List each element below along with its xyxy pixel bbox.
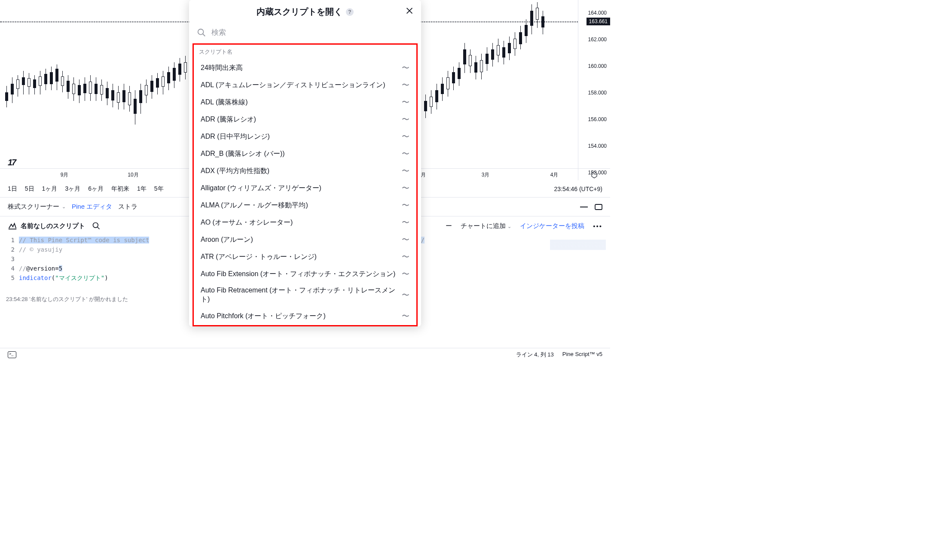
script-item-label: ALMA (アルノー・ルグー移動平均): [201, 201, 398, 210]
script-item-label: Alligator (ウィリアムズ・アリゲーター): [201, 184, 398, 193]
close-button[interactable]: [405, 6, 414, 15]
script-item[interactable]: AO (オーサム・オシレーター)〜: [197, 214, 413, 231]
script-item[interactable]: ALMA (アルノー・ルグー移動平均)〜: [197, 197, 413, 214]
time-tick: 10月: [128, 171, 138, 179]
current-price-label: 163.661: [587, 18, 610, 25]
tf-3m[interactable]: 3ヶ月: [65, 185, 80, 193]
source-indicator-icon: 〜: [402, 149, 409, 159]
svg-point-8: [198, 29, 204, 35]
price-tick: 160.000: [588, 63, 607, 69]
script-icon: [8, 221, 17, 231]
source-indicator-icon: 〜: [402, 290, 409, 300]
tf-1m[interactable]: 1ヶ月: [42, 185, 58, 193]
search-input[interactable]: [211, 28, 413, 37]
clock: 23:54:46 (UTC+9): [554, 186, 602, 192]
add-to-chart-label: チャートに追加: [461, 222, 506, 229]
script-item[interactable]: Alligator (ウィリアムズ・アリゲーター)〜: [197, 180, 413, 197]
tf-ytd[interactable]: 年初来: [111, 185, 129, 193]
price-axis[interactable]: 163.661 164.000 162.000 160.000 158.000 …: [578, 0, 610, 180]
help-icon[interactable]: ?: [346, 8, 354, 16]
script-item[interactable]: ADR (日中平均レンジ)〜: [197, 128, 413, 145]
source-indicator-icon: 〜: [402, 183, 409, 193]
source-indicator-icon: 〜: [402, 131, 409, 142]
script-item[interactable]: Auto Fib Extension (オート・フィボナッチ・エクステンション)…: [197, 265, 413, 283]
tf-1y[interactable]: 1年: [137, 185, 147, 193]
section-header: スクリプト名: [197, 46, 413, 59]
script-item-label: 24時間出来高: [201, 64, 398, 73]
source-indicator-icon: 〜: [402, 166, 409, 176]
time-tick: 9月: [61, 171, 69, 179]
script-item[interactable]: 24時間出来高〜: [197, 59, 413, 76]
minimap[interactable]: [550, 240, 606, 265]
script-list-highlighted: スクリプト名 24時間出来高〜ADL (アキュムレーション／ディストリビューショ…: [192, 43, 418, 326]
cursor-position: ライン 4, 列 13: [516, 351, 554, 359]
source-indicator-icon: 〜: [402, 114, 409, 125]
tab-pine-editor[interactable]: Pine エディタ: [72, 203, 112, 211]
price-tick: 154.000: [588, 143, 607, 149]
script-item-label: ADR (騰落レシオ): [201, 115, 398, 124]
script-item[interactable]: ADR_B (騰落レシオ (バー))〜: [197, 145, 413, 162]
chevron-down-icon: ⌄: [507, 224, 511, 229]
dialog-header: 内蔵スクリプトを開く ?: [189, 0, 421, 24]
script-item-label: ADL (アキュムレーション／ディストリビューションライン): [201, 81, 398, 90]
open-builtin-script-dialog: 内蔵スクリプトを開く ? スクリプト名 24時間出来高〜ADL (アキュムレーシ…: [189, 0, 421, 326]
tab-strategy[interactable]: ストラ: [118, 203, 137, 211]
script-list: 24時間出来高〜ADL (アキュムレーション／ディストリビューションライン)〜A…: [197, 59, 413, 325]
source-indicator-icon: 〜: [402, 80, 409, 90]
pine-version[interactable]: Pine Script™ v5: [562, 351, 602, 359]
time-tick: 月: [421, 171, 426, 179]
script-item[interactable]: Auto Fib Retracement (オート・フィボナッチ・リトレースメン…: [197, 283, 413, 307]
svg-point-4: [93, 223, 98, 228]
price-tick: 156.000: [588, 116, 607, 122]
terminal-icon[interactable]: [8, 351, 16, 358]
tf-5d[interactable]: 5日: [25, 185, 34, 193]
script-item-label: Auto Fib Extension (オート・フィボナッチ・エクステンション): [201, 270, 398, 279]
chart-settings-button[interactable]: [578, 168, 610, 180]
source-indicator-icon: 〜: [402, 97, 409, 107]
script-item-label: AO (オーサム・オシレーター): [201, 218, 398, 227]
script-title[interactable]: 名前なしのスクリプト: [8, 221, 85, 231]
script-item[interactable]: ATR (アベレージ・トゥルー・レンジ)〜: [197, 248, 413, 265]
script-item[interactable]: Auto Pitchfork (オート・ピッチフォーク)〜: [197, 307, 413, 325]
script-item[interactable]: ADL (騰落株線)〜: [197, 94, 413, 111]
source-indicator-icon: 〜: [402, 252, 409, 262]
script-item-label: Auto Fib Retracement (オート・フィボナッチ・リトレースメン…: [201, 286, 398, 304]
svg-rect-1: [580, 207, 588, 207]
more-icon[interactable]: •••: [593, 222, 602, 230]
search-icon: [197, 28, 206, 37]
gear-icon: [590, 171, 598, 179]
source-indicator-icon: 〜: [402, 269, 409, 279]
price-tick: 162.000: [588, 37, 607, 43]
console-log: 23:54:28 '名前なしのスクリプト' が開かれました: [6, 295, 128, 303]
script-item-label: Aroon (アルーン): [201, 235, 398, 244]
svg-rect-2: [595, 204, 602, 210]
status-bar: ライン 4, 列 13 Pine Script™ v5: [0, 348, 610, 361]
price-tick: 158.000: [588, 90, 607, 96]
svg-marker-0: [592, 171, 597, 178]
tf-1d[interactable]: 1日: [8, 185, 17, 193]
tradingview-logo: 17: [8, 158, 15, 167]
dialog-search: [189, 24, 421, 42]
script-item-label: ADR_B (騰落レシオ (バー)): [201, 149, 398, 158]
source-indicator-icon: 〜: [402, 234, 409, 245]
tf-6m[interactable]: 6ヶ月: [88, 185, 104, 193]
time-tick: 3月: [482, 171, 490, 179]
add-to-chart-button[interactable]: チャートに追加 ⌄: [461, 222, 511, 230]
script-item[interactable]: ADX (平均方向性指数)〜: [197, 162, 413, 180]
script-item[interactable]: ADR (騰落レシオ)〜: [197, 111, 413, 128]
truncated-label: ー: [446, 222, 452, 230]
minimize-icon[interactable]: [580, 206, 588, 208]
script-name-label: 名前なしのスクリプト: [21, 222, 85, 230]
svg-line-5: [98, 227, 100, 229]
script-item-label: ADR (日中平均レンジ): [201, 132, 398, 141]
publish-indicator-button[interactable]: インジケーターを投稿: [520, 222, 584, 230]
close-icon: [405, 6, 414, 15]
script-item-label: ATR (アベレージ・トゥルー・レンジ): [201, 253, 398, 262]
maximize-icon[interactable]: [595, 204, 602, 210]
tf-5y[interactable]: 5年: [154, 185, 164, 193]
script-item[interactable]: ADL (アキュムレーション／ディストリビューションライン)〜: [197, 76, 413, 94]
script-item[interactable]: Aroon (アルーン)〜: [197, 231, 413, 248]
svg-line-9: [203, 34, 205, 37]
tab-screener[interactable]: 株式スクリーナー ⌄: [8, 203, 66, 211]
search-icon[interactable]: [92, 222, 101, 230]
